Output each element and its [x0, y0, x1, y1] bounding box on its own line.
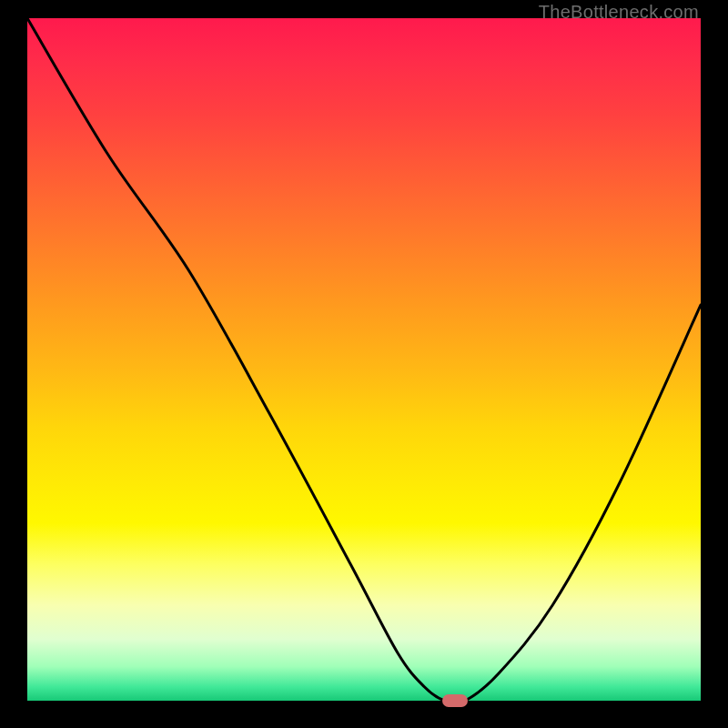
watermark-text: TheBottleneck.com — [539, 2, 699, 23]
plot-area — [27, 18, 701, 701]
chart-frame: TheBottleneck.com — [0, 0, 728, 728]
bottleneck-curve — [27, 18, 701, 701]
optimum-marker — [442, 694, 468, 707]
